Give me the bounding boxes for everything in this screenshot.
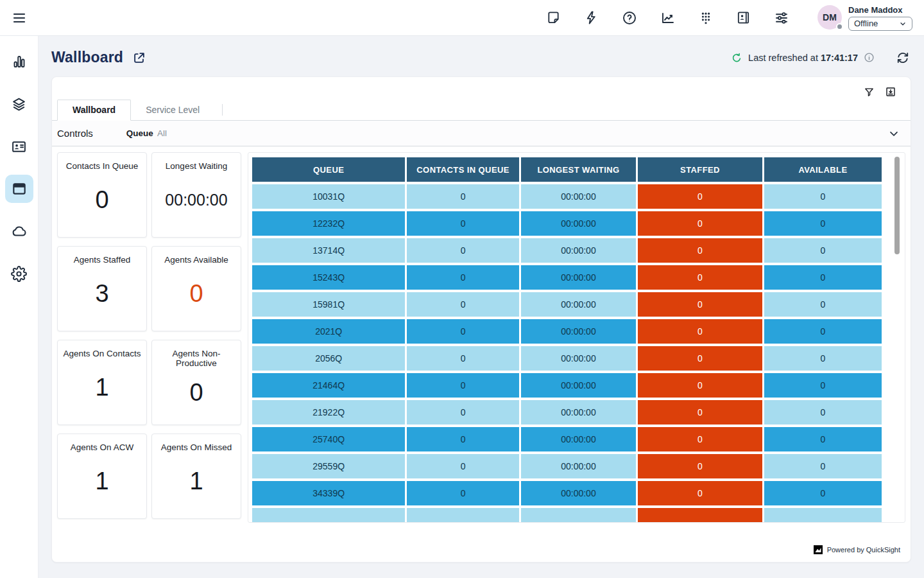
table-cell-staffed: 0 <box>638 238 762 263</box>
user-name: Dane Maddox <box>848 5 912 15</box>
kpi-label: Agents On Missed <box>161 442 232 452</box>
column-header-longest-waiting: LONGEST WAITING <box>521 157 636 182</box>
table-cell-available: 0 <box>764 346 882 371</box>
kpi-label: Agents On ACW <box>71 442 133 452</box>
table-cell-available: 0 <box>764 454 882 478</box>
table-row: 2056Q000:00:0000 <box>252 346 882 371</box>
preferences-sliders-icon[interactable] <box>774 10 789 26</box>
agent-status-dropdown[interactable]: Offline <box>848 17 912 31</box>
controls-collapse-button[interactable] <box>887 127 900 140</box>
table-cell-queue: 15243Q <box>252 265 405 290</box>
sidebar-item-metrics[interactable] <box>5 48 33 76</box>
table-cell-available: 0 <box>764 319 882 344</box>
table-cell-staffed: 0 <box>638 427 762 451</box>
browser-window-icon <box>11 180 28 197</box>
kpi-agents-on-acw: Agents On ACW 1 <box>57 434 147 519</box>
refresh-info-button[interactable] <box>864 52 875 63</box>
queue-filter-value: All <box>157 128 167 138</box>
notes-icon[interactable] <box>546 10 561 25</box>
agent-status-value: Offline <box>854 19 878 28</box>
tab-wallboard[interactable]: Wallboard <box>57 100 131 121</box>
sidebar-item-cloud[interactable] <box>5 217 33 245</box>
powered-by-text: Powered by QuickSight <box>827 546 900 554</box>
table-cell-queue: 25740Q <box>252 427 405 451</box>
sidebar-item-datasets[interactable] <box>5 90 33 118</box>
hamburger-menu-icon[interactable] <box>0 10 38 26</box>
refresh-button[interactable] <box>896 51 910 65</box>
table-cell-contacts-in-queue <box>407 508 518 523</box>
kpi-value: 1 <box>189 452 203 518</box>
table-scrollbar <box>894 157 900 516</box>
table-cell-longest-waiting: 00:00:00 <box>521 481 636 505</box>
column-header-staffed: STAFFED <box>638 157 762 182</box>
metrics-icon[interactable] <box>660 10 676 26</box>
last-refreshed-text: Last refreshed at 17:41:17 <box>748 53 858 63</box>
status-dot <box>836 23 843 30</box>
table-cell-longest-waiting: 00:00:00 <box>521 211 636 236</box>
table-cell-staffed: 0 <box>638 211 762 236</box>
table-cell-available: 0 <box>764 292 882 317</box>
column-header-available: AVAILABLE <box>764 157 882 182</box>
quicksight-logo-icon <box>814 545 823 554</box>
table-cell-longest-waiting: 00:00:00 <box>521 292 636 317</box>
table-cell-staffed: 0 <box>638 184 762 209</box>
table-cell-longest-waiting: 00:00:00 <box>521 238 636 263</box>
column-header-queue: QUEUE <box>252 157 405 182</box>
filter-button[interactable] <box>864 87 875 98</box>
table-row: 10031Q000:00:0000 <box>252 184 882 209</box>
table-cell-available: 0 <box>764 427 882 451</box>
sidebar-item-wallboard[interactable] <box>5 175 33 203</box>
layers-icon <box>11 96 27 112</box>
table-cell-contacts-in-queue: 0 <box>407 346 518 371</box>
table-cell-available: 0 <box>764 373 882 398</box>
table-cell-available: 0 <box>764 211 882 236</box>
kpi-value: 0 <box>189 265 203 331</box>
table-cell-longest-waiting: 00:00:00 <box>521 454 636 478</box>
table-cell-queue: 2056Q <box>252 346 405 371</box>
queue-table-body: 10031Q000:00:000012232Q000:00:000013714Q… <box>252 184 882 523</box>
table-cell-staffed: 0 <box>638 292 762 317</box>
sidebar-item-settings[interactable] <box>5 259 33 288</box>
table-row: 12232Q000:00:0000 <box>252 211 882 236</box>
chevron-down-icon <box>899 20 907 28</box>
table-cell-available: 0 <box>764 238 882 263</box>
kpi-value: 3 <box>95 265 108 331</box>
table-cell-queue: 34339Q <box>252 481 405 505</box>
table-cell-longest-waiting: 00:00:00 <box>521 427 636 451</box>
kpi-label: Agents Staffed <box>74 255 130 265</box>
table-row: 25740Q000:00:0000 <box>252 427 882 451</box>
page-title: Wallboard <box>51 49 123 66</box>
sidebar-item-contacts[interactable] <box>5 132 33 161</box>
tab-service-level[interactable]: Service Level <box>131 100 214 120</box>
table-row: 13714Q000:00:0000 <box>252 238 882 263</box>
table-cell-contacts-in-queue: 0 <box>407 427 518 451</box>
kpi-value: 1 <box>95 452 108 518</box>
table-cell-contacts-in-queue: 0 <box>407 319 518 344</box>
download-icon <box>885 86 896 98</box>
open-in-new-window-button[interactable] <box>132 51 146 65</box>
table-cell-longest-waiting: 00:00:00 <box>521 265 636 290</box>
table-cell-available: 0 <box>764 184 882 209</box>
id-card-icon <box>11 139 27 155</box>
kpi-value: 0 <box>95 171 108 237</box>
table-cell-available: 0 <box>764 265 882 290</box>
bar-chart-icon <box>12 54 27 69</box>
help-icon[interactable] <box>622 10 637 26</box>
directory-icon[interactable] <box>736 10 751 25</box>
table-scrollbar-thumb[interactable] <box>894 157 900 254</box>
table-cell-available: 0 <box>764 400 882 425</box>
powered-by-quicksight[interactable]: Powered by QuickSight <box>814 545 900 554</box>
queue-filter-control[interactable]: Queue All <box>126 128 167 138</box>
table-cell-queue <box>252 508 405 523</box>
avatar-initials: DM <box>823 12 837 22</box>
kpi-value: 1 <box>95 358 108 425</box>
dialpad-icon[interactable] <box>699 11 713 25</box>
table-row <box>252 508 882 523</box>
table-cell-staffed: 0 <box>638 454 762 478</box>
quick-connects-icon[interactable] <box>584 10 599 25</box>
table-cell-queue: 21922Q <box>252 400 405 425</box>
export-download-button[interactable] <box>885 86 896 98</box>
table-row: 15243Q000:00:0000 <box>252 265 882 290</box>
sheet-tabs: Wallboard Service Level <box>52 100 911 121</box>
avatar[interactable]: DM <box>817 5 842 30</box>
